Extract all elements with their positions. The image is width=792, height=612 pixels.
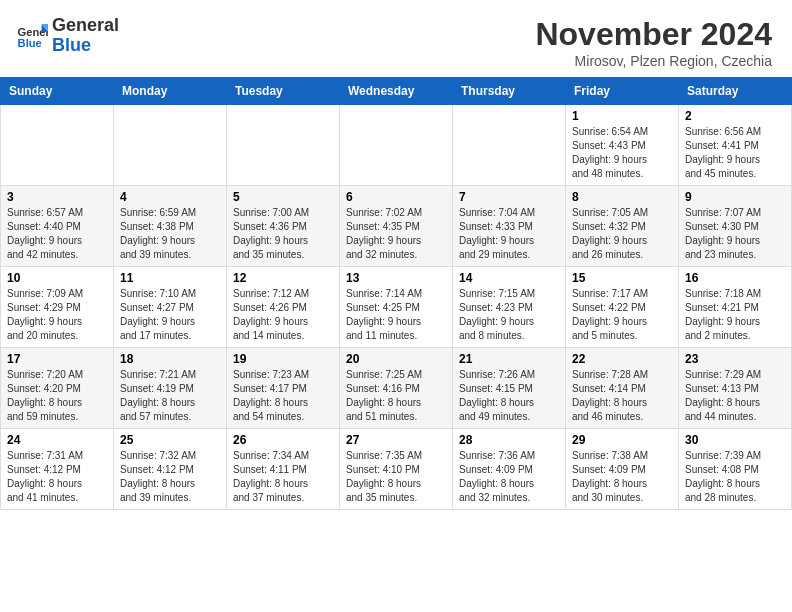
day-info: Sunrise: 7:20 AM Sunset: 4:20 PM Dayligh… <box>7 368 107 424</box>
calendar-week-row: 3Sunrise: 6:57 AM Sunset: 4:40 PM Daylig… <box>1 186 792 267</box>
day-number: 15 <box>572 271 672 285</box>
day-header-saturday: Saturday <box>679 78 792 105</box>
calendar-day-3: 3Sunrise: 6:57 AM Sunset: 4:40 PM Daylig… <box>1 186 114 267</box>
day-info: Sunrise: 7:21 AM Sunset: 4:19 PM Dayligh… <box>120 368 220 424</box>
day-number: 22 <box>572 352 672 366</box>
day-info: Sunrise: 7:02 AM Sunset: 4:35 PM Dayligh… <box>346 206 446 262</box>
day-number: 14 <box>459 271 559 285</box>
calendar-day-19: 19Sunrise: 7:23 AM Sunset: 4:17 PM Dayli… <box>227 348 340 429</box>
day-info: Sunrise: 7:38 AM Sunset: 4:09 PM Dayligh… <box>572 449 672 505</box>
day-info: Sunrise: 6:54 AM Sunset: 4:43 PM Dayligh… <box>572 125 672 181</box>
calendar-day-14: 14Sunrise: 7:15 AM Sunset: 4:23 PM Dayli… <box>453 267 566 348</box>
calendar-empty-cell <box>227 105 340 186</box>
month-title: November 2024 <box>535 16 772 53</box>
logo-text-blue: Blue <box>52 36 119 56</box>
day-number: 26 <box>233 433 333 447</box>
location-subtitle: Mirosov, Plzen Region, Czechia <box>535 53 772 69</box>
day-info: Sunrise: 7:12 AM Sunset: 4:26 PM Dayligh… <box>233 287 333 343</box>
day-number: 12 <box>233 271 333 285</box>
day-number: 23 <box>685 352 785 366</box>
calendar-week-row: 17Sunrise: 7:20 AM Sunset: 4:20 PM Dayli… <box>1 348 792 429</box>
calendar-week-row: 24Sunrise: 7:31 AM Sunset: 4:12 PM Dayli… <box>1 429 792 510</box>
day-info: Sunrise: 7:04 AM Sunset: 4:33 PM Dayligh… <box>459 206 559 262</box>
day-info: Sunrise: 7:14 AM Sunset: 4:25 PM Dayligh… <box>346 287 446 343</box>
day-info: Sunrise: 7:32 AM Sunset: 4:12 PM Dayligh… <box>120 449 220 505</box>
calendar-day-7: 7Sunrise: 7:04 AM Sunset: 4:33 PM Daylig… <box>453 186 566 267</box>
day-number: 4 <box>120 190 220 204</box>
calendar-day-6: 6Sunrise: 7:02 AM Sunset: 4:35 PM Daylig… <box>340 186 453 267</box>
day-header-thursday: Thursday <box>453 78 566 105</box>
calendar-day-20: 20Sunrise: 7:25 AM Sunset: 4:16 PM Dayli… <box>340 348 453 429</box>
day-info: Sunrise: 6:59 AM Sunset: 4:38 PM Dayligh… <box>120 206 220 262</box>
day-number: 30 <box>685 433 785 447</box>
calendar-header-row: SundayMondayTuesdayWednesdayThursdayFrid… <box>1 78 792 105</box>
day-header-sunday: Sunday <box>1 78 114 105</box>
day-info: Sunrise: 7:39 AM Sunset: 4:08 PM Dayligh… <box>685 449 785 505</box>
day-number: 29 <box>572 433 672 447</box>
day-number: 6 <box>346 190 446 204</box>
calendar-empty-cell <box>340 105 453 186</box>
day-header-tuesday: Tuesday <box>227 78 340 105</box>
day-header-monday: Monday <box>114 78 227 105</box>
day-info: Sunrise: 7:00 AM Sunset: 4:36 PM Dayligh… <box>233 206 333 262</box>
svg-text:Blue: Blue <box>18 37 42 49</box>
calendar-day-8: 8Sunrise: 7:05 AM Sunset: 4:32 PM Daylig… <box>566 186 679 267</box>
day-info: Sunrise: 7:28 AM Sunset: 4:14 PM Dayligh… <box>572 368 672 424</box>
calendar-day-18: 18Sunrise: 7:21 AM Sunset: 4:19 PM Dayli… <box>114 348 227 429</box>
calendar-day-25: 25Sunrise: 7:32 AM Sunset: 4:12 PM Dayli… <box>114 429 227 510</box>
day-number: 24 <box>7 433 107 447</box>
calendar-day-12: 12Sunrise: 7:12 AM Sunset: 4:26 PM Dayli… <box>227 267 340 348</box>
day-info: Sunrise: 7:18 AM Sunset: 4:21 PM Dayligh… <box>685 287 785 343</box>
calendar-day-4: 4Sunrise: 6:59 AM Sunset: 4:38 PM Daylig… <box>114 186 227 267</box>
day-number: 18 <box>120 352 220 366</box>
calendar-day-10: 10Sunrise: 7:09 AM Sunset: 4:29 PM Dayli… <box>1 267 114 348</box>
logo: General Blue General Blue <box>16 16 119 56</box>
day-info: Sunrise: 7:07 AM Sunset: 4:30 PM Dayligh… <box>685 206 785 262</box>
day-number: 5 <box>233 190 333 204</box>
calendar-day-21: 21Sunrise: 7:26 AM Sunset: 4:15 PM Dayli… <box>453 348 566 429</box>
calendar-day-11: 11Sunrise: 7:10 AM Sunset: 4:27 PM Dayli… <box>114 267 227 348</box>
day-info: Sunrise: 7:15 AM Sunset: 4:23 PM Dayligh… <box>459 287 559 343</box>
day-number: 9 <box>685 190 785 204</box>
title-block: November 2024 Mirosov, Plzen Region, Cze… <box>535 16 772 69</box>
calendar-day-27: 27Sunrise: 7:35 AM Sunset: 4:10 PM Dayli… <box>340 429 453 510</box>
day-number: 8 <box>572 190 672 204</box>
day-number: 28 <box>459 433 559 447</box>
day-number: 1 <box>572 109 672 123</box>
logo-icon: General Blue <box>16 20 48 52</box>
day-info: Sunrise: 6:56 AM Sunset: 4:41 PM Dayligh… <box>685 125 785 181</box>
day-number: 17 <box>7 352 107 366</box>
day-info: Sunrise: 7:23 AM Sunset: 4:17 PM Dayligh… <box>233 368 333 424</box>
day-info: Sunrise: 7:09 AM Sunset: 4:29 PM Dayligh… <box>7 287 107 343</box>
calendar-day-15: 15Sunrise: 7:17 AM Sunset: 4:22 PM Dayli… <box>566 267 679 348</box>
day-header-wednesday: Wednesday <box>340 78 453 105</box>
calendar-day-22: 22Sunrise: 7:28 AM Sunset: 4:14 PM Dayli… <box>566 348 679 429</box>
day-info: Sunrise: 7:10 AM Sunset: 4:27 PM Dayligh… <box>120 287 220 343</box>
calendar-table: SundayMondayTuesdayWednesdayThursdayFrid… <box>0 77 792 510</box>
day-number: 7 <box>459 190 559 204</box>
calendar-day-30: 30Sunrise: 7:39 AM Sunset: 4:08 PM Dayli… <box>679 429 792 510</box>
day-info: Sunrise: 7:31 AM Sunset: 4:12 PM Dayligh… <box>7 449 107 505</box>
calendar-day-24: 24Sunrise: 7:31 AM Sunset: 4:12 PM Dayli… <box>1 429 114 510</box>
calendar-day-13: 13Sunrise: 7:14 AM Sunset: 4:25 PM Dayli… <box>340 267 453 348</box>
day-number: 3 <box>7 190 107 204</box>
day-number: 20 <box>346 352 446 366</box>
day-number: 21 <box>459 352 559 366</box>
day-info: Sunrise: 7:34 AM Sunset: 4:11 PM Dayligh… <box>233 449 333 505</box>
day-info: Sunrise: 7:36 AM Sunset: 4:09 PM Dayligh… <box>459 449 559 505</box>
page-header: General Blue General Blue November 2024 … <box>0 0 792 77</box>
day-info: Sunrise: 7:05 AM Sunset: 4:32 PM Dayligh… <box>572 206 672 262</box>
day-info: Sunrise: 7:29 AM Sunset: 4:13 PM Dayligh… <box>685 368 785 424</box>
day-number: 19 <box>233 352 333 366</box>
day-number: 13 <box>346 271 446 285</box>
day-number: 2 <box>685 109 785 123</box>
calendar-day-5: 5Sunrise: 7:00 AM Sunset: 4:36 PM Daylig… <box>227 186 340 267</box>
calendar-week-row: 10Sunrise: 7:09 AM Sunset: 4:29 PM Dayli… <box>1 267 792 348</box>
day-number: 27 <box>346 433 446 447</box>
logo-text-general: General <box>52 16 119 36</box>
calendar-empty-cell <box>1 105 114 186</box>
calendar-day-2: 2Sunrise: 6:56 AM Sunset: 4:41 PM Daylig… <box>679 105 792 186</box>
day-number: 10 <box>7 271 107 285</box>
calendar-day-16: 16Sunrise: 7:18 AM Sunset: 4:21 PM Dayli… <box>679 267 792 348</box>
calendar-day-9: 9Sunrise: 7:07 AM Sunset: 4:30 PM Daylig… <box>679 186 792 267</box>
